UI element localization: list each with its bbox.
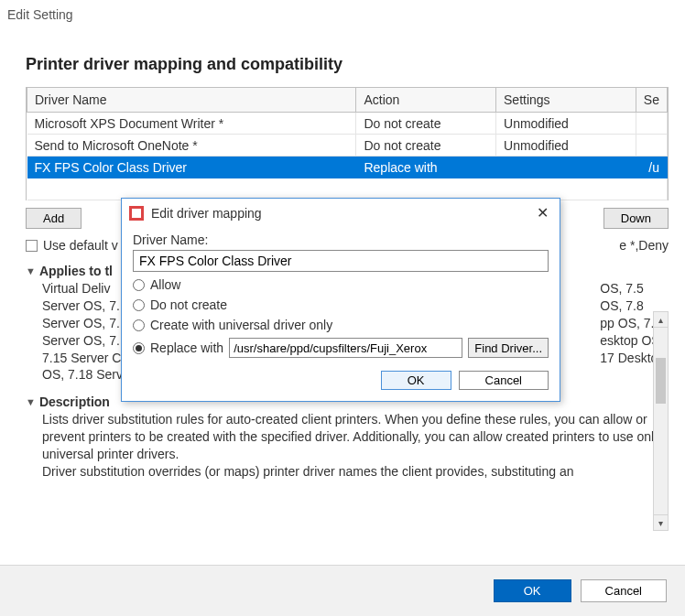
printer-icon xyxy=(129,206,144,221)
scroll-up-icon[interactable]: ▴ xyxy=(654,312,668,328)
caret-down-icon: ▼ xyxy=(26,265,36,276)
table-header-row: Driver Name Action Settings Se xyxy=(27,88,668,113)
edit-driver-mapping-dialog: Edit driver mapping ✕ Driver Name: Allow… xyxy=(121,198,560,402)
use-default-label-right: e *,Deny xyxy=(619,238,669,253)
radio-do-not-create[interactable]: Do not create xyxy=(133,297,549,312)
modal-ok-button[interactable]: OK xyxy=(381,371,451,390)
use-default-checkbox[interactable] xyxy=(26,240,38,252)
cell-driver: Send to Microsoft OneNote * xyxy=(27,135,356,157)
description-body: Lists driver substitution rules for auto… xyxy=(42,411,669,481)
table-row-empty xyxy=(27,178,668,200)
radio-label: Allow xyxy=(150,277,180,292)
cell-driver: FX FPS Color Class Driver xyxy=(27,157,356,178)
window-title: Edit Setting xyxy=(0,0,685,26)
use-default-label-left: Use default v xyxy=(43,238,118,253)
radio-label: Do not create xyxy=(150,297,227,312)
page-title: Printer driver mapping and compatibility xyxy=(26,55,669,74)
radio-icon[interactable] xyxy=(133,342,145,354)
col-settings[interactable]: Settings xyxy=(496,88,636,113)
col-se[interactable]: Se xyxy=(636,88,667,113)
cell-settings: Unmodified xyxy=(496,113,636,135)
modal-cancel-button[interactable]: Cancel xyxy=(459,371,549,390)
cell-settings: Unmodified xyxy=(496,135,636,157)
table-row[interactable]: Microsoft XPS Document Writer * Do not c… xyxy=(27,113,668,135)
cell-se xyxy=(636,113,667,135)
radio-replace-with[interactable]: Replace with Find Driver... xyxy=(133,338,549,358)
driver-name-input[interactable] xyxy=(133,250,549,272)
cell-action: Replace with xyxy=(356,157,496,178)
table-row[interactable]: Send to Microsoft OneNote * Do not creat… xyxy=(27,135,668,157)
radio-icon[interactable] xyxy=(133,319,145,331)
table-row-selected[interactable]: FX FPS Color Class Driver Replace with /… xyxy=(27,157,668,178)
caret-down-icon: ▼ xyxy=(26,396,36,407)
vertical-scrollbar[interactable]: ▴ ▾ xyxy=(653,311,669,531)
scroll-down-icon[interactable]: ▾ xyxy=(654,514,668,530)
applies-to-title: Applies to tl xyxy=(39,264,113,278)
radio-label: Replace with xyxy=(150,340,223,355)
radio-universal-driver[interactable]: Create with universal driver only xyxy=(133,318,549,332)
modal-footer: OK Cancel xyxy=(133,371,549,390)
col-driver-name[interactable]: Driver Name xyxy=(27,88,356,113)
modal-title: Edit driver mapping xyxy=(151,206,262,221)
description-title: Description xyxy=(39,394,110,409)
main-footer: OK Cancel xyxy=(0,565,685,616)
find-driver-button[interactable]: Find Driver... xyxy=(468,338,549,358)
cell-settings xyxy=(496,157,636,178)
replace-path-input[interactable] xyxy=(229,338,462,358)
modal-titlebar: Edit driver mapping ✕ xyxy=(122,199,560,227)
cell-driver: Microsoft XPS Document Writer * xyxy=(27,113,356,135)
cancel-button[interactable]: Cancel xyxy=(581,579,667,602)
cell-se xyxy=(636,135,667,157)
cell-se: /u xyxy=(636,157,667,178)
modal-body: Driver Name: Allow Do not create Create … xyxy=(122,227,560,401)
driver-table: Driver Name Action Settings Se Microsoft… xyxy=(26,87,669,200)
cell-action: Do not create xyxy=(356,135,496,157)
close-icon[interactable]: ✕ xyxy=(533,204,552,222)
driver-name-label: Driver Name: xyxy=(133,232,549,247)
radio-allow[interactable]: Allow xyxy=(133,277,549,292)
edit-setting-window: Edit Setting Printer driver mapping and … xyxy=(0,0,685,616)
down-button[interactable]: Down xyxy=(603,208,669,229)
radio-label: Create with universal driver only xyxy=(150,318,332,332)
cell-action: Do not create xyxy=(356,113,496,135)
radio-icon[interactable] xyxy=(133,279,145,291)
col-action[interactable]: Action xyxy=(356,88,496,113)
ok-button[interactable]: OK xyxy=(494,579,571,602)
radio-icon[interactable] xyxy=(133,299,145,311)
scroll-thumb[interactable] xyxy=(656,358,666,404)
add-button[interactable]: Add xyxy=(26,208,82,229)
